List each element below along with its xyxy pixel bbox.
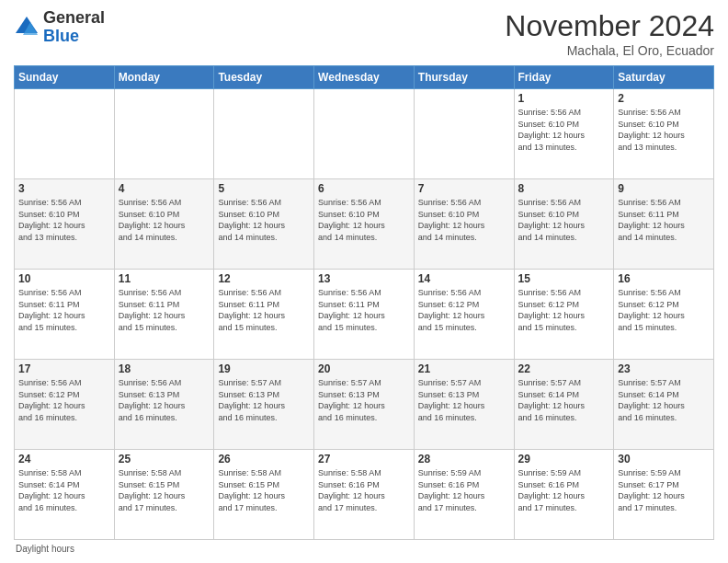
day-info: Sunrise: 5:58 AM Sunset: 6:15 PM Dayligh…	[218, 467, 310, 513]
calendar-header-saturday: Saturday	[614, 66, 714, 89]
day-info: Sunrise: 5:58 AM Sunset: 6:14 PM Dayligh…	[18, 467, 110, 513]
calendar-cell: 26Sunrise: 5:58 AM Sunset: 6:15 PM Dayli…	[214, 450, 314, 540]
calendar-cell: 17Sunrise: 5:56 AM Sunset: 6:12 PM Dayli…	[15, 360, 115, 450]
day-info: Sunrise: 5:56 AM Sunset: 6:10 PM Dayligh…	[318, 197, 410, 243]
calendar-cell: 23Sunrise: 5:57 AM Sunset: 6:14 PM Dayli…	[614, 360, 714, 450]
day-info: Sunrise: 5:58 AM Sunset: 6:16 PM Dayligh…	[318, 467, 410, 513]
day-info: Sunrise: 5:56 AM Sunset: 6:10 PM Dayligh…	[218, 197, 310, 243]
calendar-header-wednesday: Wednesday	[314, 66, 415, 89]
calendar-cell: 22Sunrise: 5:57 AM Sunset: 6:14 PM Dayli…	[514, 360, 614, 450]
calendar-cell	[15, 89, 115, 179]
calendar-header-tuesday: Tuesday	[214, 66, 314, 89]
day-number: 28	[418, 453, 510, 465]
calendar-cell	[414, 89, 514, 179]
day-number: 29	[518, 453, 610, 465]
day-info: Sunrise: 5:59 AM Sunset: 6:16 PM Dayligh…	[518, 467, 610, 513]
day-number: 24	[18, 453, 110, 465]
day-number: 17	[18, 362, 110, 375]
calendar-cell: 2Sunrise: 5:56 AM Sunset: 6:10 PM Daylig…	[614, 89, 714, 179]
day-info: Sunrise: 5:56 AM Sunset: 6:11 PM Dayligh…	[618, 197, 710, 243]
logo: General Blue	[14, 9, 105, 46]
day-number: 12	[218, 272, 310, 285]
day-info: Sunrise: 5:57 AM Sunset: 6:13 PM Dayligh…	[318, 377, 410, 423]
calendar-cell: 7Sunrise: 5:56 AM Sunset: 6:10 PM Daylig…	[414, 179, 514, 270]
day-info: Sunrise: 5:56 AM Sunset: 6:11 PM Dayligh…	[119, 287, 210, 333]
day-number: 13	[318, 272, 410, 285]
calendar-cell: 30Sunrise: 5:59 AM Sunset: 6:17 PM Dayli…	[614, 450, 714, 540]
day-info: Sunrise: 5:57 AM Sunset: 6:13 PM Dayligh…	[418, 377, 510, 423]
calendar-header-friday: Friday	[514, 66, 614, 89]
day-number: 27	[318, 453, 410, 465]
calendar-cell: 14Sunrise: 5:56 AM Sunset: 6:12 PM Dayli…	[414, 270, 514, 360]
header: General Blue November 2024 Machala, El O…	[14, 9, 714, 58]
day-number: 23	[618, 362, 710, 375]
day-info: Sunrise: 5:58 AM Sunset: 6:15 PM Dayligh…	[119, 467, 210, 513]
calendar-cell: 24Sunrise: 5:58 AM Sunset: 6:14 PM Dayli…	[15, 450, 115, 540]
calendar-cell: 19Sunrise: 5:57 AM Sunset: 6:13 PM Dayli…	[214, 360, 314, 450]
day-info: Sunrise: 5:57 AM Sunset: 6:14 PM Dayligh…	[518, 377, 610, 423]
day-info: Sunrise: 5:56 AM Sunset: 6:10 PM Dayligh…	[418, 197, 510, 243]
calendar-cell: 4Sunrise: 5:56 AM Sunset: 6:10 PM Daylig…	[114, 179, 214, 270]
day-info: Sunrise: 5:56 AM Sunset: 6:10 PM Dayligh…	[119, 197, 210, 243]
calendar-week-3: 10Sunrise: 5:56 AM Sunset: 6:11 PM Dayli…	[15, 270, 714, 360]
calendar-cell: 28Sunrise: 5:59 AM Sunset: 6:16 PM Dayli…	[414, 450, 514, 540]
calendar-header-thursday: Thursday	[414, 66, 514, 89]
day-number: 26	[218, 453, 310, 465]
calendar-header-sunday: Sunday	[15, 66, 115, 89]
calendar-cell: 9Sunrise: 5:56 AM Sunset: 6:11 PM Daylig…	[614, 179, 714, 270]
calendar-cell: 11Sunrise: 5:56 AM Sunset: 6:11 PM Dayli…	[114, 270, 214, 360]
calendar-cell: 6Sunrise: 5:56 AM Sunset: 6:10 PM Daylig…	[314, 179, 415, 270]
location: Machala, El Oro, Ecuador	[505, 43, 714, 58]
calendar-cell: 10Sunrise: 5:56 AM Sunset: 6:11 PM Dayli…	[15, 270, 115, 360]
calendar-cell	[214, 89, 314, 179]
calendar-week-2: 3Sunrise: 5:56 AM Sunset: 6:10 PM Daylig…	[15, 179, 714, 270]
calendar-cell	[314, 89, 415, 179]
day-number: 21	[418, 362, 510, 375]
logo-icon	[14, 15, 40, 40]
title-block: November 2024 Machala, El Oro, Ecuador	[505, 9, 714, 58]
calendar-header-row: SundayMondayTuesdayWednesdayThursdayFrid…	[15, 66, 714, 89]
calendar-cell: 5Sunrise: 5:56 AM Sunset: 6:10 PM Daylig…	[214, 179, 314, 270]
calendar: SundayMondayTuesdayWednesdayThursdayFrid…	[14, 65, 714, 540]
day-info: Sunrise: 5:59 AM Sunset: 6:16 PM Dayligh…	[418, 467, 510, 513]
day-info: Sunrise: 5:56 AM Sunset: 6:10 PM Dayligh…	[518, 107, 610, 153]
day-info: Sunrise: 5:57 AM Sunset: 6:13 PM Dayligh…	[218, 377, 310, 423]
logo-blue: Blue	[43, 27, 79, 45]
day-number: 3	[18, 182, 110, 195]
day-number: 15	[518, 272, 610, 285]
calendar-week-5: 24Sunrise: 5:58 AM Sunset: 6:14 PM Dayli…	[15, 450, 714, 540]
calendar-cell: 8Sunrise: 5:56 AM Sunset: 6:10 PM Daylig…	[514, 179, 614, 270]
day-info: Sunrise: 5:56 AM Sunset: 6:12 PM Dayligh…	[18, 377, 110, 423]
calendar-cell: 16Sunrise: 5:56 AM Sunset: 6:12 PM Dayli…	[614, 270, 714, 360]
day-info: Sunrise: 5:56 AM Sunset: 6:10 PM Dayligh…	[518, 197, 610, 243]
day-number: 22	[518, 362, 610, 375]
day-number: 20	[318, 362, 410, 375]
logo-general: General	[43, 8, 105, 27]
calendar-cell: 25Sunrise: 5:58 AM Sunset: 6:15 PM Dayli…	[114, 450, 214, 540]
calendar-cell: 15Sunrise: 5:56 AM Sunset: 6:12 PM Dayli…	[514, 270, 614, 360]
day-number: 6	[318, 182, 410, 195]
day-number: 18	[119, 362, 210, 375]
day-number: 25	[119, 453, 210, 465]
day-number: 14	[418, 272, 510, 285]
calendar-cell: 18Sunrise: 5:56 AM Sunset: 6:13 PM Dayli…	[114, 360, 214, 450]
day-info: Sunrise: 5:56 AM Sunset: 6:11 PM Dayligh…	[218, 287, 310, 333]
calendar-cell: 27Sunrise: 5:58 AM Sunset: 6:16 PM Dayli…	[314, 450, 415, 540]
footer-note: Daylight hours	[14, 544, 714, 554]
page: General Blue November 2024 Machala, El O…	[0, 0, 728, 563]
month-title: November 2024	[505, 9, 714, 43]
day-info: Sunrise: 5:57 AM Sunset: 6:14 PM Dayligh…	[618, 377, 710, 423]
day-info: Sunrise: 5:59 AM Sunset: 6:17 PM Dayligh…	[618, 467, 710, 513]
calendar-header-monday: Monday	[114, 66, 214, 89]
logo-text: General Blue	[43, 9, 105, 46]
day-info: Sunrise: 5:56 AM Sunset: 6:12 PM Dayligh…	[618, 287, 710, 333]
day-number: 8	[518, 182, 610, 195]
day-number: 11	[119, 272, 210, 285]
day-number: 1	[518, 92, 610, 105]
calendar-cell: 13Sunrise: 5:56 AM Sunset: 6:11 PM Dayli…	[314, 270, 415, 360]
calendar-week-4: 17Sunrise: 5:56 AM Sunset: 6:12 PM Dayli…	[15, 360, 714, 450]
day-number: 5	[218, 182, 310, 195]
day-number: 2	[618, 92, 710, 105]
day-number: 19	[218, 362, 310, 375]
calendar-cell: 12Sunrise: 5:56 AM Sunset: 6:11 PM Dayli…	[214, 270, 314, 360]
